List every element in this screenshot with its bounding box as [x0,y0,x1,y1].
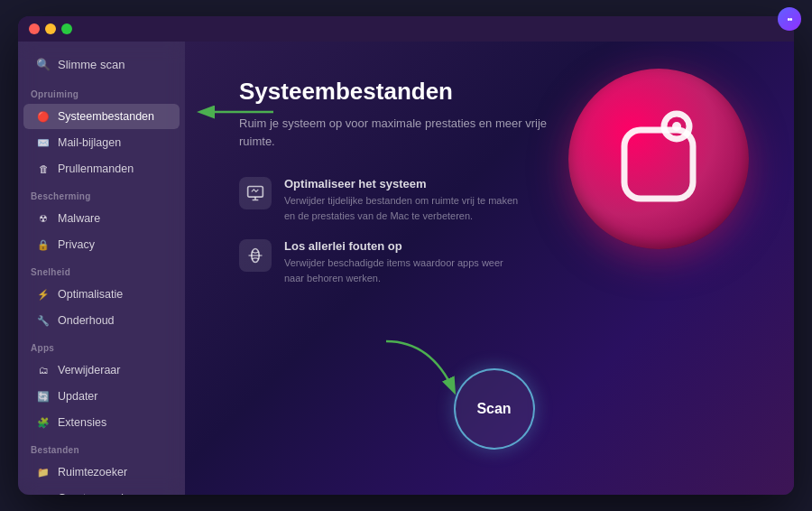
sidebar-systeembestanden-label: Systeembestanden [58,110,154,123]
section-bescherming: Bescherming [18,182,185,205]
page-subtitle: Ruim je systeem op voor maximale prestat… [239,115,550,150]
systeembestanden-icon: 🔴 [36,109,51,124]
sidebar-prullenmanden-label: Prullenmanden [58,163,134,175]
sidebar-item-slimme-scan[interactable]: 🔍 Slimme scan [23,51,180,77]
close-button[interactable] [29,23,40,34]
feature-optimaliseer-desc: Verwijder tijdelijke bestanden om ruimte… [284,193,519,223]
optimalisatie-icon: ⚡ [36,287,51,302]
sidebar-groot-label: Groot en oud [58,492,124,495]
sidebar-item-mail-bijlagen[interactable]: ✉️ Mail-bijlagen [23,130,180,155]
sidebar-extensies-label: Extensies [58,416,106,429]
sidebar-item-prullenmanden[interactable]: 🗑 Prullenmanden [23,156,180,181]
sidebar-updater-label: Updater [58,390,97,403]
sidebar-verwijderaar-label: Verwijderaar [58,364,120,376]
app-body: 🔍 Slimme scan Opruiming 🔴 Systeembestand… [18,42,794,495]
ruimtezoeker-icon: 📁 [36,465,51,479]
sidebar-malware-label: Malware [58,212,100,225]
privacy-icon: 🔒 [36,237,51,252]
sidebar-item-systeembestanden[interactable]: 🔴 Systeembestanden [23,104,180,129]
minimize-button[interactable] [45,23,56,34]
malware-icon: ☢ [36,211,51,226]
scan-icon: 🔍 [36,57,51,71]
feature-fouten-desc: Verwijder beschadigde items waardoor app… [284,256,519,285]
section-snelheid: Snelheid [18,258,185,281]
sidebar-ruimtezoeker-label: Ruimtezoeker [58,466,127,478]
section-apps: Apps [18,334,185,357]
page-title: Systeembestanden [239,78,550,106]
content-text: Systeembestanden Ruim je systeem op voor… [239,78,550,285]
sidebar-item-onderhoud[interactable]: 🔧 Onderhoud [23,308,180,333]
scan-area: Scan [239,368,749,459]
scan-button-label: Scan [476,401,511,417]
feature-item-optimaliseer: Optimaliseer het systeem Verwijder tijde… [239,177,550,223]
sidebar-privacy-label: Privacy [58,238,95,251]
feature-item-fouten: Los allerlei fouten op Verwijder beschad… [239,239,550,285]
sidebar-item-verwijderaar[interactable]: 🗂 Verwijderaar [23,358,180,383]
verwijderaar-icon: 🗂 [36,363,51,377]
arrow-scan-indicator [377,332,467,404]
sidebar-item-malware[interactable]: ☢ Malware [23,206,180,231]
extensies-icon: 🧩 [36,415,51,430]
avatar-button[interactable]: •• [778,16,794,31]
feature-list: Optimaliseer het systeem Verwijder tijde… [239,177,550,285]
maximize-button[interactable] [61,23,72,34]
avatar-area: •• [778,16,794,31]
trash-icon: 🗑 [36,162,51,176]
sidebar-item-optimalisatie[interactable]: ⚡ Optimalisatie [23,282,180,307]
feature-optimaliseer-title: Optimaliseer het systeem [284,177,519,190]
feature-optimaliseer-text: Optimaliseer het systeem Verwijder tijde… [284,177,519,223]
sidebar-item-updater[interactable]: 🔄 Updater [23,384,180,409]
feature-fouten-title: Los allerlei fouten op [284,239,519,253]
sidebar-mail-label: Mail-bijlagen [58,136,121,149]
svg-point-5 [672,122,681,131]
section-bestanden: Bestanden [18,436,185,459]
dots-icon: •• [787,16,791,24]
feature-fouten-text: Los allerlei fouten op Verwijder beschad… [284,239,519,285]
app-window: •• 🔍 Slimme scan Opruiming 🔴 Systeembest… [18,16,794,495]
feature-fouten-icon [239,239,272,272]
mail-icon: ✉️ [36,135,51,150]
sidebar: 🔍 Slimme scan Opruiming 🔴 Systeembestand… [18,42,185,495]
title-bar: •• [18,16,794,42]
sphere-inner-icon [604,105,713,213]
updater-icon: 🔄 [36,389,51,404]
content-top: Systeembestanden Ruim je systeem op voor… [239,78,749,285]
section-opruiming: Opruiming [18,80,185,103]
sidebar-item-groot-en-oud[interactable]: 🗃 Groot en oud [23,486,180,495]
sidebar-slimme-scan-label: Slimme scan [58,58,125,71]
groot-icon: 🗃 [36,491,51,495]
scan-button[interactable]: Scan [454,368,535,450]
main-content: Systeembestanden Ruim je systeem op voor… [185,42,794,495]
traffic-lights [29,23,72,34]
onderhoud-icon: 🔧 [36,313,51,328]
big-icon-container [568,69,749,249]
sidebar-item-privacy[interactable]: 🔒 Privacy [23,232,180,257]
sidebar-item-ruimtezoeker[interactable]: 📁 Ruimtezoeker [23,460,180,485]
app-logo-sphere [568,69,749,249]
sidebar-optimalisatie-label: Optimalisatie [58,288,123,301]
sidebar-onderhoud-label: Onderhoud [58,314,115,327]
sidebar-item-extensies[interactable]: 🧩 Extensies [23,410,180,435]
feature-optimaliseer-icon [239,177,272,209]
